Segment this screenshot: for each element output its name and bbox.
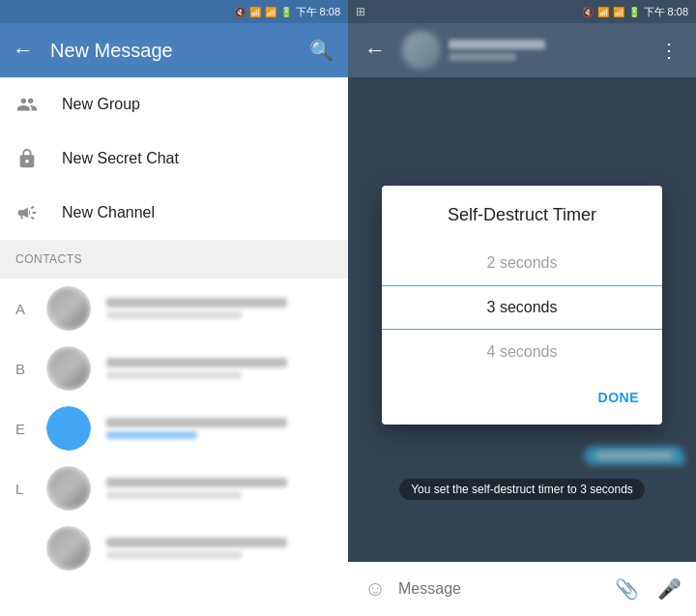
list-item[interactable]: A [0,279,348,338]
avatar [46,526,91,571]
right-panel: ⊞ 🔇 📶 📶 🔋 下午 8:08 ← ⋮ Self-Destruct Time… [348,0,696,616]
timer-option-2s[interactable]: 2 seconds [382,241,662,285]
contact-sub [106,311,242,319]
timer-option-3s[interactable]: 3 seconds [382,285,662,330]
left-panel: 🔇 📶 📶 🔋 下午 8:08 ← New Message 🔍 New Grou… [0,0,348,616]
contact-sub [106,371,242,379]
chat-back-button[interactable]: ← [356,31,394,70]
list-item[interactable] [0,518,348,578]
done-button[interactable]: DONE [591,382,647,413]
contact-name [106,298,287,308]
gallery-icon: ⊞ [356,5,365,18]
lock-icon [15,147,39,170]
chat-avatar [402,31,441,70]
contact-letter-b: B [15,361,31,377]
more-options-button[interactable]: ⋮ [650,31,688,70]
attach-button[interactable]: 📎 [607,570,646,608]
menu-list: New Group New Secret Chat New Channel [0,77,348,240]
new-secret-chat-label: New Secret Chat [62,150,179,167]
list-item[interactable]: L [0,458,348,518]
megaphone-icon [15,201,39,224]
contact-name [106,538,287,547]
avatar [46,346,91,391]
chat-title [449,40,642,61]
contact-letter-l: L [15,481,31,497]
chat-area: Self-Destruct Timer 2 seconds 3 seconds … [348,77,696,562]
chat-contact-name [449,40,545,49]
status-bar-left: 🔇 📶 📶 🔋 下午 8:08 [0,0,348,23]
contact-sub [106,491,242,499]
timer-option-4s[interactable]: 4 seconds [382,330,662,374]
contacts-list: A B E L [0,279,348,578]
signal-icon-right: 📶 [613,7,624,17]
contacts-section-header: CONTACTS [0,240,348,279]
mute-icon-right: 🔇 [582,7,594,17]
status-time-right: 下午 8:08 [644,5,688,19]
avatar [46,286,91,331]
header-title: New Message [50,40,294,62]
new-group-label: New Group [62,96,140,113]
signal-icon: 📶 [265,7,276,17]
chat-contact-status [449,53,516,61]
self-destruct-dialog: Self-Destruct Timer 2 seconds 3 seconds … [382,186,662,425]
avatar [46,466,91,511]
header-left: ← New Message 🔍 [0,23,348,77]
battery-icon: 🔋 [280,7,292,17]
list-item[interactable]: B [0,338,348,398]
contact-letter-e: E [15,421,31,437]
contact-sub [106,551,242,559]
message-input[interactable] [398,572,603,606]
menu-item-new-group[interactable]: New Group [0,77,348,132]
battery-icon-right: 🔋 [628,7,640,17]
list-item[interactable]: E [0,398,348,458]
dialog-title: Self-Destruct Timer [382,186,662,241]
input-bar: ☺ 📎 🎤 [348,562,696,616]
group-icon [15,93,39,116]
wifi-icon: 📶 [249,7,261,17]
mic-button[interactable]: 🎤 [650,570,688,608]
chat-header: ← ⋮ [348,23,696,77]
avatar [46,406,91,451]
wifi-icon-right: 📶 [597,7,609,17]
contact-name [106,478,287,487]
contacts-label: CONTACTS [15,252,82,266]
status-time-left: 下午 8:08 [296,5,340,19]
contact-name [106,358,287,367]
system-message: You set the self-destruct timer to 3 sec… [399,479,645,500]
dialog-actions: DONE [382,374,662,425]
system-message-area: You set the self-destruct timer to 3 sec… [348,475,696,504]
status-bar-right: ⊞ 🔇 📶 📶 🔋 下午 8:08 [348,0,696,23]
back-button[interactable]: ← [4,31,43,70]
mute-icon: 🔇 [234,7,246,17]
contact-sub [106,431,197,439]
menu-item-new-channel[interactable]: New Channel [0,186,348,240]
new-channel-label: New Channel [62,204,155,221]
search-button[interactable]: 🔍 [302,31,340,70]
contact-name [106,418,287,427]
menu-item-new-secret-chat[interactable]: New Secret Chat [0,132,348,186]
emoji-button[interactable]: ☺ [356,570,394,608]
contact-letter-a: A [15,301,31,317]
